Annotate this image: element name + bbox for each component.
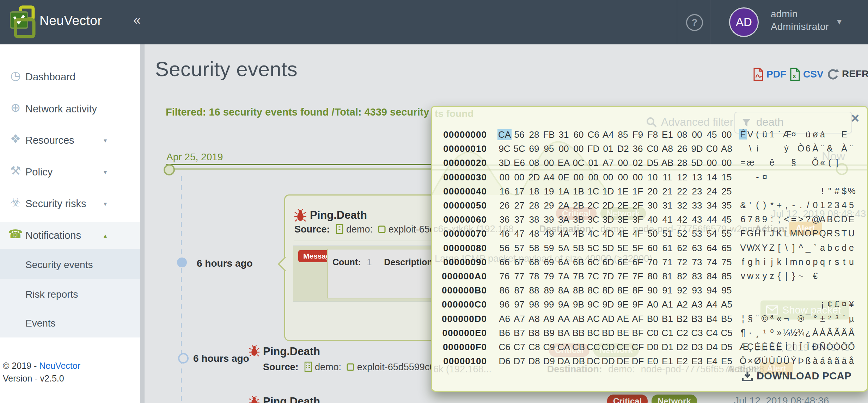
hex-byte[interactable]: CA xyxy=(557,342,571,353)
hex-ascii-char[interactable]: Ì xyxy=(783,342,790,352)
hex-byte[interactable]: 24 xyxy=(705,186,719,197)
hex-byte[interactable]: 1E xyxy=(616,186,630,197)
hex-byte[interactable]: 55 xyxy=(720,228,734,239)
hex-byte[interactable]: 29 xyxy=(542,200,556,211)
hex-ascii-char[interactable]: S xyxy=(833,228,841,238)
hex-ascii-char[interactable]: Q xyxy=(819,228,826,238)
hex-byte[interactable]: 92 xyxy=(675,285,689,296)
hex-byte[interactable]: 8C xyxy=(586,285,600,296)
hex-ascii-char[interactable]: © xyxy=(761,314,769,324)
hex-ascii-char[interactable]: µ xyxy=(848,314,855,324)
hex-ascii-char[interactable]: Û xyxy=(776,356,783,366)
hex-byte[interactable]: C4 xyxy=(705,328,719,339)
hex-ascii-char[interactable]: « xyxy=(776,314,783,324)
hex-byte[interactable]: B9 xyxy=(542,328,556,339)
hex-byte[interactable]: 00 xyxy=(720,129,734,140)
hex-byte[interactable]: 34 xyxy=(705,200,719,211)
sidebar-collapse-button[interactable]: « xyxy=(133,13,141,28)
hex-byte[interactable]: 49 xyxy=(542,228,556,239)
hex-ascii-char[interactable]: " xyxy=(826,186,833,196)
hex-ascii-char[interactable]: à xyxy=(812,356,819,366)
hex-ascii-char[interactable]: L xyxy=(783,228,790,238)
sidebar-item-network-activity[interactable]: ⊕ Network activity xyxy=(0,99,140,119)
hex-byte[interactable]: 26 xyxy=(675,143,689,154)
hex-byte[interactable]: 4F xyxy=(631,228,645,239)
hex-ascii-char[interactable]: - xyxy=(790,200,797,210)
hex-byte[interactable]: A9 xyxy=(542,314,556,324)
hex-byte[interactable]: 00 xyxy=(705,157,719,168)
hex-byte[interactable]: 76 xyxy=(497,271,512,282)
hex-byte[interactable]: 2B xyxy=(571,200,586,211)
export-pdf-button[interactable]: PDF xyxy=(753,68,786,81)
hex-ascii-char[interactable]: « xyxy=(819,157,826,168)
hex-byte[interactable]: 08 xyxy=(527,157,541,168)
hex-ascii-char[interactable]: ¢ xyxy=(826,299,833,309)
hex-byte[interactable]: 20 xyxy=(646,186,660,197)
hex-byte[interactable]: A4 xyxy=(601,129,615,140)
hex-ascii-char[interactable]: ¤ xyxy=(841,299,848,309)
hex-byte[interactable]: DE xyxy=(616,356,630,367)
hex-byte[interactable]: 88 xyxy=(527,285,541,296)
hex-ascii-char[interactable]: % xyxy=(848,186,855,196)
hex-ascii-char[interactable]: Ò xyxy=(797,143,805,154)
hex-ascii-char[interactable]: / xyxy=(805,200,812,210)
hex-ascii-char[interactable]: £ xyxy=(833,299,841,309)
hex-byte[interactable]: 56 xyxy=(512,129,526,140)
hex-byte[interactable]: 58 xyxy=(527,243,541,254)
download-pcap-button[interactable]: DOWNLOAD PCAP xyxy=(742,370,851,382)
hex-ascii-char[interactable]: P xyxy=(812,228,819,238)
hex-ascii-char[interactable]: { xyxy=(776,271,783,281)
hex-ascii-char[interactable]: o xyxy=(805,257,812,267)
hex-ascii-char[interactable]: G xyxy=(747,228,754,238)
hex-byte[interactable]: BF xyxy=(631,328,645,339)
hex-byte[interactable]: 89 xyxy=(542,285,556,296)
hex-ascii-char[interactable]: ¥ xyxy=(848,299,855,309)
hex-byte[interactable]: 61 xyxy=(660,243,674,254)
hex-ascii-char[interactable]: Ä xyxy=(841,328,848,338)
hex-byte[interactable]: D4 xyxy=(705,342,719,353)
hex-ascii-char[interactable]: > xyxy=(797,214,805,224)
hex-byte[interactable]: B4 xyxy=(705,314,719,324)
hex-byte[interactable]: 1B xyxy=(571,186,586,197)
hex-byte[interactable]: CB xyxy=(571,342,586,353)
hex-byte[interactable]: A1 xyxy=(660,299,674,310)
hex-ascii-char[interactable]: ½ xyxy=(790,328,797,338)
hex-byte[interactable]: E2 xyxy=(675,356,689,367)
hex-ascii-char[interactable]: I xyxy=(761,228,769,238)
hex-ascii-char[interactable]: w xyxy=(747,271,754,281)
hex-byte[interactable]: 00 xyxy=(557,143,571,154)
hex-ascii-char[interactable]: ! xyxy=(819,186,826,196)
hex-ascii-char[interactable]: E xyxy=(848,214,855,224)
hex-ascii-char[interactable]: H xyxy=(754,228,761,238)
hex-byte[interactable]: D6 xyxy=(497,356,512,367)
hex-byte[interactable]: 9A xyxy=(557,299,571,310)
hex-byte[interactable]: AB xyxy=(660,157,674,168)
hex-ascii-char[interactable]: n xyxy=(797,257,805,267)
hex-ascii-char[interactable]: ¤ xyxy=(790,129,797,140)
hex-byte[interactable]: BE xyxy=(616,328,630,339)
hex-byte[interactable]: 00 xyxy=(616,172,630,183)
hex-ascii-char[interactable]: Ô xyxy=(841,342,848,352)
hex-byte[interactable]: 9E xyxy=(616,299,630,310)
hex-byte[interactable]: 6E xyxy=(616,257,630,268)
hex-byte[interactable]: 7C xyxy=(586,271,600,282)
hex-ascii-char[interactable]: E xyxy=(841,129,848,140)
hex-byte[interactable]: 85 xyxy=(616,129,630,140)
hex-byte[interactable]: 9D xyxy=(601,299,615,310)
hex-byte[interactable]: 3B xyxy=(571,214,586,225)
hex-byte[interactable]: 4D xyxy=(601,228,615,239)
hex-ascii-char[interactable]: N xyxy=(797,228,805,238)
hex-byte[interactable]: DC xyxy=(586,356,600,367)
hex-byte[interactable]: 96 xyxy=(497,299,512,310)
hex-ascii-char[interactable]: Ð xyxy=(812,342,819,352)
hex-byte[interactable]: C7 xyxy=(512,342,526,353)
hex-ascii-char[interactable]: | xyxy=(783,271,790,281)
hex-byte[interactable]: 00 xyxy=(586,172,600,183)
hex-byte[interactable]: DD xyxy=(601,356,615,367)
hex-byte[interactable]: 5E xyxy=(616,243,630,254)
hex-byte[interactable]: 00 xyxy=(571,172,586,183)
hex-byte[interactable]: 9F xyxy=(631,299,645,310)
hex-ascii-char[interactable]: Æ xyxy=(739,342,747,352)
hex-ascii-char[interactable]: i xyxy=(761,257,769,267)
hex-byte[interactable]: 63 xyxy=(690,243,704,254)
